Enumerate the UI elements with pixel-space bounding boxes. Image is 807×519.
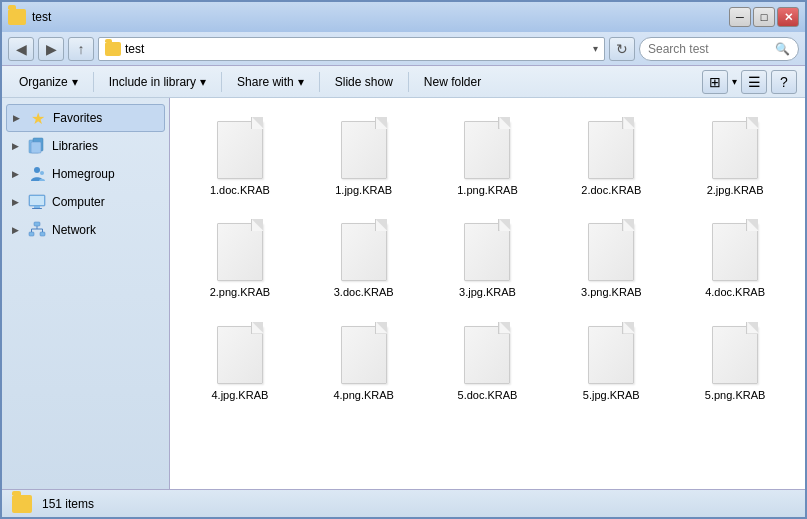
toolbar-separator-1 bbox=[93, 72, 94, 92]
sidebar-item-homegroup[interactable]: ▶ Homegroup bbox=[2, 160, 169, 188]
file-icon bbox=[585, 117, 637, 179]
maximize-button[interactable]: □ bbox=[753, 7, 775, 27]
title-text: test bbox=[32, 10, 51, 24]
file-item[interactable]: 3.jpg.KRAB bbox=[428, 210, 548, 308]
search-box[interactable]: 🔍 bbox=[639, 37, 799, 61]
favorites-icon: ★ bbox=[29, 109, 47, 127]
organize-dropdown-icon: ▾ bbox=[72, 75, 78, 89]
file-label: 3.png.KRAB bbox=[581, 285, 642, 299]
search-icon: 🔍 bbox=[775, 42, 790, 56]
libraries-arrow: ▶ bbox=[12, 141, 22, 151]
file-item[interactable]: 1.jpg.KRAB bbox=[304, 108, 424, 206]
view-dropdown-icon[interactable]: ▾ bbox=[732, 76, 737, 87]
favorites-label: Favorites bbox=[53, 111, 102, 125]
back-button[interactable]: ◀ bbox=[8, 37, 34, 61]
file-item[interactable]: 4.doc.KRAB bbox=[675, 210, 795, 308]
file-label: 1.jpg.KRAB bbox=[335, 183, 392, 197]
network-icon bbox=[28, 221, 46, 239]
close-button[interactable]: ✕ bbox=[777, 7, 799, 27]
sidebar-item-computer[interactable]: ▶ Computer bbox=[2, 188, 169, 216]
file-item[interactable]: 2.doc.KRAB bbox=[551, 108, 671, 206]
file-label: 3.jpg.KRAB bbox=[459, 285, 516, 299]
file-icon bbox=[214, 322, 266, 384]
file-label: 2.doc.KRAB bbox=[581, 183, 641, 197]
file-icon bbox=[214, 117, 266, 179]
file-item[interactable]: 3.png.KRAB bbox=[551, 210, 671, 308]
title-bar-left: test bbox=[8, 9, 51, 25]
include-dropdown-icon: ▾ bbox=[200, 75, 206, 89]
slideshow-label: Slide show bbox=[335, 75, 393, 89]
address-text: test bbox=[125, 42, 589, 56]
file-item[interactable]: 5.png.KRAB bbox=[675, 313, 795, 411]
toolbar: Organize ▾ Include in library ▾ Share wi… bbox=[2, 66, 805, 98]
file-icon bbox=[338, 219, 390, 281]
svg-rect-7 bbox=[34, 206, 40, 208]
file-label: 3.doc.KRAB bbox=[334, 285, 394, 299]
file-label: 1.png.KRAB bbox=[457, 183, 518, 197]
sidebar: ▶ ★ Favorites ▶ Libraries ▶ bbox=[2, 98, 170, 489]
organize-label: Organize bbox=[19, 75, 68, 89]
file-label: 5.png.KRAB bbox=[705, 388, 766, 402]
address-box[interactable]: test ▾ bbox=[98, 37, 605, 61]
file-item[interactable]: 4.png.KRAB bbox=[304, 313, 424, 411]
homegroup-arrow: ▶ bbox=[12, 169, 22, 179]
file-item[interactable]: 1.png.KRAB bbox=[428, 108, 548, 206]
forward-button[interactable]: ▶ bbox=[38, 37, 64, 61]
view-toggle-button[interactable]: ⊞ bbox=[702, 70, 728, 94]
status-bar: 151 items bbox=[2, 489, 805, 517]
toolbar-separator-3 bbox=[319, 72, 320, 92]
share-with-button[interactable]: Share with ▾ bbox=[228, 69, 313, 95]
favorites-arrow: ▶ bbox=[13, 113, 23, 123]
organize-button[interactable]: Organize ▾ bbox=[10, 69, 87, 95]
file-icon bbox=[709, 117, 761, 179]
sidebar-item-libraries[interactable]: ▶ Libraries bbox=[2, 132, 169, 160]
sidebar-item-favorites[interactable]: ▶ ★ Favorites bbox=[6, 104, 165, 132]
file-icon bbox=[461, 219, 513, 281]
file-item[interactable]: 2.jpg.KRAB bbox=[675, 108, 795, 206]
svg-rect-9 bbox=[34, 222, 40, 226]
file-label: 4.doc.KRAB bbox=[705, 285, 765, 299]
help-button[interactable]: ? bbox=[771, 70, 797, 94]
new-folder-button[interactable]: New folder bbox=[415, 69, 490, 95]
file-item[interactable]: 2.png.KRAB bbox=[180, 210, 300, 308]
network-arrow: ▶ bbox=[12, 225, 22, 235]
refresh-button[interactable]: ↻ bbox=[609, 37, 635, 61]
title-folder-icon bbox=[8, 9, 26, 25]
new-folder-label: New folder bbox=[424, 75, 481, 89]
minimize-button[interactable]: ─ bbox=[729, 7, 751, 27]
libraries-label: Libraries bbox=[52, 139, 98, 153]
slideshow-button[interactable]: Slide show bbox=[326, 69, 402, 95]
search-input[interactable] bbox=[648, 42, 771, 56]
file-item[interactable]: 4.jpg.KRAB bbox=[180, 313, 300, 411]
details-view-button[interactable]: ☰ bbox=[741, 70, 767, 94]
svg-rect-10 bbox=[29, 232, 34, 236]
share-dropdown-icon: ▾ bbox=[298, 75, 304, 89]
include-library-label: Include in library bbox=[109, 75, 196, 89]
svg-rect-11 bbox=[40, 232, 45, 236]
status-item-count: 151 items bbox=[42, 497, 94, 511]
homegroup-icon bbox=[28, 165, 46, 183]
file-item[interactable]: 3.doc.KRAB bbox=[304, 210, 424, 308]
file-icon bbox=[338, 322, 390, 384]
file-label: 2.png.KRAB bbox=[210, 285, 271, 299]
toolbar-separator-2 bbox=[221, 72, 222, 92]
toolbar-right: ⊞ ▾ ☰ ? bbox=[702, 70, 797, 94]
include-library-button[interactable]: Include in library ▾ bbox=[100, 69, 215, 95]
file-icon bbox=[214, 219, 266, 281]
title-bar: test ─ □ ✕ bbox=[2, 2, 805, 32]
sidebar-item-network[interactable]: ▶ Network bbox=[2, 216, 169, 244]
homegroup-label: Homegroup bbox=[52, 167, 115, 181]
file-icon bbox=[585, 219, 637, 281]
computer-label: Computer bbox=[52, 195, 105, 209]
address-dropdown-button[interactable]: ▾ bbox=[593, 43, 598, 54]
file-label: 2.jpg.KRAB bbox=[707, 183, 764, 197]
up-button[interactable]: ↑ bbox=[68, 37, 94, 61]
svg-rect-2 bbox=[31, 142, 41, 153]
file-item[interactable]: 5.doc.KRAB bbox=[428, 313, 548, 411]
file-item[interactable]: 5.jpg.KRAB bbox=[551, 313, 671, 411]
file-item[interactable]: 1.doc.KRAB bbox=[180, 108, 300, 206]
file-label: 4.jpg.KRAB bbox=[211, 388, 268, 402]
computer-arrow: ▶ bbox=[12, 197, 22, 207]
file-icon bbox=[461, 117, 513, 179]
toolbar-separator-4 bbox=[408, 72, 409, 92]
